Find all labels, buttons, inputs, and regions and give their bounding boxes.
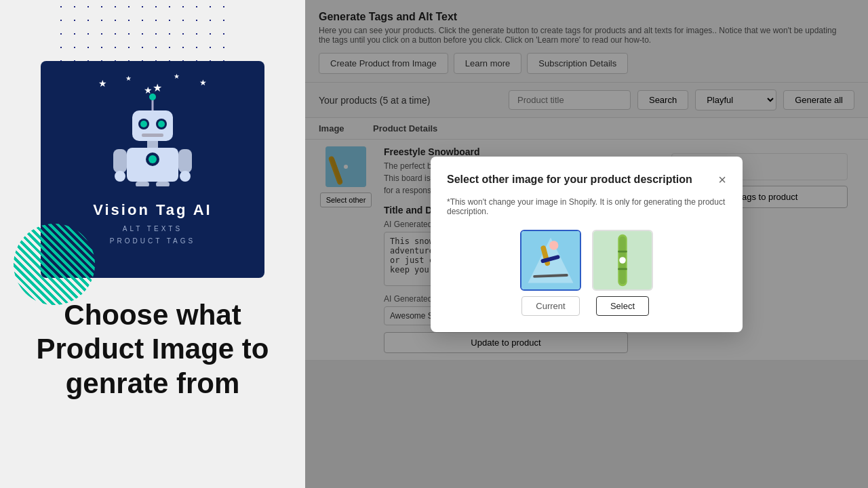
stars-decoration: ★ ★ ★ ★ ★ ★ <box>92 78 214 119</box>
modal-images-container: Current S <box>447 230 726 316</box>
main-tagline: Choose what Product Image to genrate fro… <box>14 298 292 401</box>
svg-rect-17 <box>156 182 170 186</box>
svg-rect-7 <box>142 134 163 137</box>
svg-rect-16 <box>136 182 149 186</box>
logo-box: ★ ★ ★ ★ ★ ★ <box>41 61 264 278</box>
modal-image-alternate[interactable] <box>592 230 653 291</box>
svg-point-25 <box>549 241 558 249</box>
svg-rect-33 <box>618 268 627 270</box>
modal-header: Select other image for your product desc… <box>447 173 726 186</box>
svg-rect-13 <box>178 149 192 173</box>
star-icon: ★ <box>98 78 107 89</box>
modal-select-button[interactable]: Select <box>596 296 649 316</box>
svg-point-15 <box>180 171 191 182</box>
modal-dialog: Select other image for your product desc… <box>431 157 743 332</box>
modal-image-item-select: Select <box>592 230 653 316</box>
logo-title: Vision Tag AI <box>93 201 212 219</box>
star-icon: ★ <box>125 75 132 82</box>
svg-line-27 <box>534 274 567 276</box>
modal-notice: *This won't change your image in Shopify… <box>447 197 726 216</box>
svg-rect-32 <box>618 250 627 252</box>
svg-point-5 <box>140 121 147 127</box>
modal-close-button[interactable]: × <box>718 173 726 186</box>
right-panel: Generate Tags and Alt Text Here you can … <box>305 0 868 488</box>
modal-current-button[interactable]: Current <box>521 296 579 316</box>
svg-point-31 <box>619 257 626 264</box>
svg-point-11 <box>149 155 157 163</box>
modal-overlay: Select other image for your product desc… <box>305 0 868 488</box>
star-icon: ★ <box>153 81 162 94</box>
teal-circle-decoration <box>14 224 95 305</box>
modal-title: Select other image for your product desc… <box>447 174 692 186</box>
star-icon: ★ <box>144 85 153 96</box>
svg-point-6 <box>158 121 165 127</box>
star-icon: ★ <box>174 73 180 80</box>
robot-container: ★ ★ ★ ★ ★ ★ <box>112 92 193 189</box>
svg-point-14 <box>115 171 125 182</box>
svg-rect-12 <box>113 149 127 173</box>
star-icon: ★ <box>199 78 207 87</box>
modal-image-current[interactable] <box>520 230 581 291</box>
left-panel: ★ ★ ★ ★ ★ ★ <box>0 0 305 488</box>
svg-rect-8 <box>147 141 158 148</box>
logo-subtitle: ALT TEXTS PRODUCT TAGS <box>110 223 195 247</box>
modal-image-item-current: Current <box>520 230 581 316</box>
